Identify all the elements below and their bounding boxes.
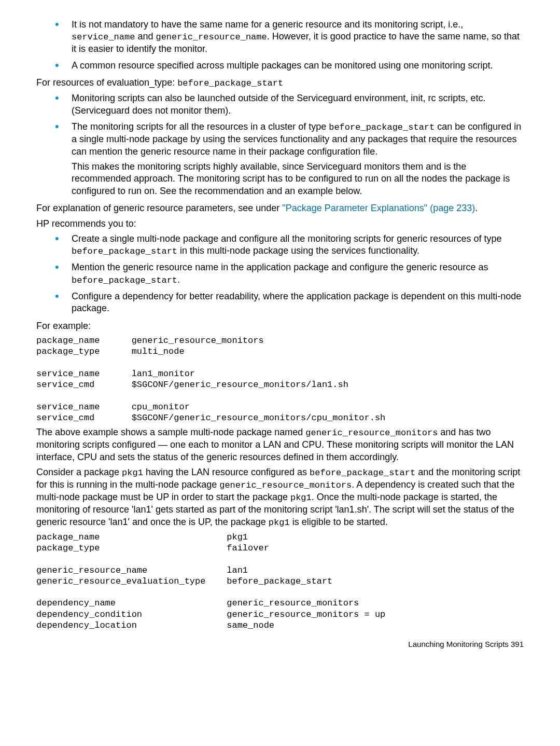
code-inline: pkg1 xyxy=(290,493,312,503)
list-item: Create a single multi-node package and c… xyxy=(61,233,524,257)
paragraph: The above example shows a sample multi-n… xyxy=(36,426,524,463)
text: The monitoring scripts for all the resou… xyxy=(72,121,329,132)
code-inline: before_package_start xyxy=(329,122,435,132)
code-inline: before_package_start xyxy=(72,275,177,285)
cross-reference-link[interactable]: "Package Parameter Explanations" (page 2… xyxy=(282,203,475,213)
text: is eligible to be started. xyxy=(290,517,388,527)
code-inline: generic_resource_monitors xyxy=(219,480,352,490)
paragraph: HP recommends you to: xyxy=(36,218,524,230)
text: Configure a dependency for better readab… xyxy=(72,291,521,313)
paragraph: Consider a package pkg1 having the LAN r… xyxy=(36,466,524,529)
text: Create a single multi-node package and c… xyxy=(72,233,501,244)
list-item: Mention the generic resource name in the… xyxy=(61,261,524,286)
code-inline: generic_resource_name xyxy=(156,32,267,42)
text: Mention the generic resource name in the… xyxy=(72,262,488,272)
text: Monitoring scripts can also be launched … xyxy=(72,93,485,115)
code-inline: service_name xyxy=(72,32,135,42)
bullet-list-2: Monitoring scripts can also be launched … xyxy=(36,92,524,197)
code-inline: pkg1 xyxy=(269,518,290,528)
list-item: It is not mandatory to have the same nam… xyxy=(61,19,524,56)
list-item: A common resource specified across multi… xyxy=(61,60,524,72)
page-footer: Launching Monitoring Scripts 391 xyxy=(36,639,524,650)
text: . xyxy=(475,203,478,213)
list-item: Monitoring scripts can also be launched … xyxy=(61,92,524,117)
code-inline: before_package_start xyxy=(310,468,415,478)
text: The above example shows a sample multi-n… xyxy=(36,427,305,437)
code-inline: generic_resource_monitors xyxy=(305,428,438,438)
text: It is not mandatory to have the same nam… xyxy=(72,19,463,30)
text: For resources of evaluation_type: xyxy=(36,77,177,88)
paragraph: For explanation of generic resource para… xyxy=(36,202,524,214)
list-item: The monitoring scripts for all the resou… xyxy=(61,121,524,197)
code-inline: before_package_start xyxy=(72,246,177,256)
bullet-list-3: Create a single multi-node package and c… xyxy=(36,233,524,315)
code-block: package_name pkg1 package_type failover … xyxy=(36,532,524,631)
code-inline: before_package_start xyxy=(177,78,283,88)
text: . xyxy=(177,274,180,285)
text: Consider a package xyxy=(36,467,122,477)
bullet-list-1: It is not mandatory to have the same nam… xyxy=(36,19,524,72)
list-item: Configure a dependency for better readab… xyxy=(61,291,524,315)
text: and xyxy=(135,31,156,42)
paragraph: For example: xyxy=(36,320,524,332)
text: A common resource specified across multi… xyxy=(72,60,493,71)
text: having the LAN resource configured as xyxy=(143,467,310,477)
sub-paragraph: This makes the monitoring scripts highly… xyxy=(72,161,524,197)
code-block: package_name generic_resource_monitors p… xyxy=(36,335,524,423)
paragraph: For resources of evaluation_type: before… xyxy=(36,77,524,89)
text: For explanation of generic resource para… xyxy=(36,203,282,213)
code-inline: pkg1 xyxy=(122,468,143,478)
text: in this multi-node package using the ser… xyxy=(177,245,419,256)
